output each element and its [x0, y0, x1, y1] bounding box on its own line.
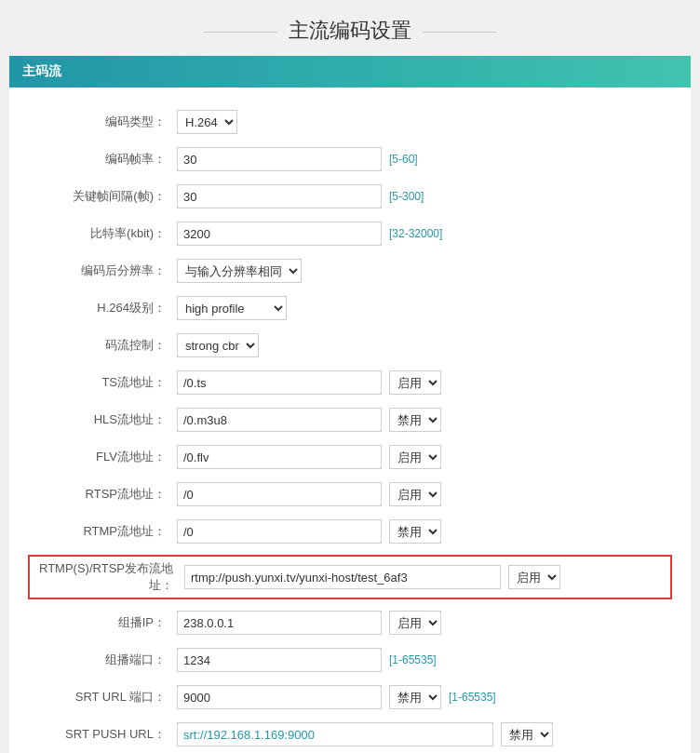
- resolution-row: 编码后分辨率： 与输入分辨率相同: [28, 257, 672, 285]
- encoding-fps-hint: [5-60]: [389, 153, 418, 166]
- rtmps-label: RTMP(S)/RTSP发布流地址：: [35, 560, 184, 594]
- multicast-ip-row: 组播IP： 启用 禁用: [28, 609, 672, 637]
- main-content: 主码流 编码类型： H.264 H.265 编码帧率： [5-60] 关键帧间隔…: [9, 56, 691, 753]
- hls-addr-input[interactable]: [177, 408, 382, 432]
- h264-level-label: H.264级别：: [28, 300, 177, 316]
- srt-push-control: 禁用 启用: [177, 722, 672, 746]
- encoding-fps-control: [5-60]: [177, 147, 672, 171]
- srt-port-enable-select[interactable]: 禁用 启用: [389, 685, 441, 709]
- flv-addr-input[interactable]: [177, 445, 382, 469]
- rtmp-enable-select[interactable]: 禁用 启用: [389, 519, 441, 544]
- rtmp-addr-label: RTMP流地址：: [28, 523, 177, 540]
- stream-control-select[interactable]: strong cbr cbr vbr: [177, 333, 259, 357]
- srt-push-enable-select[interactable]: 禁用 启用: [501, 722, 553, 746]
- srt-port-label: SRT URL 端口：: [28, 689, 177, 706]
- bitrate-label: 比特率(kbit)：: [28, 225, 177, 242]
- h264-level-control: high profile main profile baseline profi…: [177, 296, 672, 320]
- multicast-port-row: 组播端口： [1-65535]: [28, 646, 672, 674]
- srt-port-row: SRT URL 端口： 禁用 启用 [1-65535]: [28, 683, 672, 711]
- rtsp-addr-control: 启用 禁用: [177, 482, 672, 506]
- hls-addr-label: HLS流地址：: [28, 411, 177, 428]
- keyframe-interval-control: [5-300]: [177, 184, 672, 208]
- rtmp-addr-row: RTMP流地址： 禁用 启用: [28, 518, 672, 545]
- h264-level-select[interactable]: high profile main profile baseline profi…: [177, 296, 287, 320]
- rtmps-enable-select[interactable]: 启用 禁用: [508, 565, 560, 589]
- bitrate-input[interactable]: [177, 222, 382, 246]
- rtmps-control: 启用 禁用: [184, 565, 665, 589]
- encoding-fps-input[interactable]: [177, 147, 382, 171]
- keyframe-interval-row: 关键帧间隔(帧)： [5-300]: [28, 182, 672, 210]
- srt-push-input[interactable]: [177, 722, 493, 746]
- resolution-label: 编码后分辨率：: [28, 262, 177, 279]
- rtmp-addr-control: 禁用 启用: [177, 519, 672, 544]
- stream-control-control: strong cbr cbr vbr: [177, 333, 672, 357]
- hls-enable-select[interactable]: 禁用 启用: [389, 408, 441, 432]
- stream-control-row: 码流控制： strong cbr cbr vbr: [28, 331, 672, 359]
- rtmps-input[interactable]: [184, 565, 501, 589]
- form-area: 编码类型： H.264 H.265 编码帧率： [5-60] 关键帧间隔(帧)：…: [9, 102, 691, 753]
- ts-addr-label: TS流地址：: [28, 374, 177, 391]
- srt-port-input[interactable]: [177, 685, 382, 709]
- rtsp-addr-label: RTSP流地址：: [28, 486, 177, 503]
- encoding-type-row: 编码类型： H.264 H.265: [28, 108, 672, 136]
- flv-enable-select[interactable]: 启用 禁用: [389, 445, 441, 469]
- ts-addr-input[interactable]: [177, 370, 382, 395]
- encoding-fps-label: 编码帧率：: [28, 151, 177, 168]
- multicast-port-control: [1-65535]: [177, 648, 672, 672]
- rtsp-enable-select[interactable]: 启用 禁用: [389, 482, 441, 506]
- keyframe-interval-input[interactable]: [177, 184, 382, 208]
- multicast-port-hint: [1-65535]: [389, 653, 437, 666]
- srt-push-label: SRT PUSH URL：: [28, 726, 177, 743]
- resolution-select[interactable]: 与输入分辨率相同: [177, 259, 302, 283]
- ts-addr-row: TS流地址： 启用 禁用: [28, 369, 672, 397]
- keyframe-interval-hint: [5-300]: [389, 190, 424, 203]
- stream-control-label: 码流控制：: [28, 337, 177, 354]
- keyframe-interval-label: 关键帧间隔(帧)：: [28, 188, 177, 205]
- bitrate-control: [32-32000]: [177, 222, 672, 246]
- rtmp-addr-input[interactable]: [177, 519, 382, 544]
- srt-port-control: 禁用 启用 [1-65535]: [177, 685, 672, 709]
- flv-addr-control: 启用 禁用: [177, 445, 672, 469]
- multicast-ip-label: 组播IP：: [28, 614, 177, 631]
- srt-port-hint: [1-65535]: [449, 691, 496, 704]
- rtsp-addr-input[interactable]: [177, 482, 382, 506]
- ts-addr-control: 启用 禁用: [177, 370, 672, 395]
- rtsp-addr-row: RTSP流地址： 启用 禁用: [28, 480, 672, 508]
- multicast-port-label: 组播端口：: [28, 652, 177, 668]
- resolution-control: 与输入分辨率相同: [177, 259, 672, 283]
- flv-addr-row: FLV流地址： 启用 禁用: [28, 443, 672, 471]
- encoding-type-control: H.264 H.265: [177, 110, 672, 134]
- bitrate-hint: [32-32000]: [389, 227, 442, 240]
- rtmps-row: RTMP(S)/RTSP发布流地址： 启用 禁用: [28, 555, 672, 599]
- multicast-ip-input[interactable]: [177, 611, 382, 635]
- encoding-type-label: 编码类型：: [28, 114, 177, 130]
- flv-addr-label: FLV流地址：: [28, 449, 177, 465]
- hls-addr-control: 禁用 启用: [177, 408, 672, 432]
- multicast-ip-enable-select[interactable]: 启用 禁用: [389, 611, 441, 635]
- section-header: 主码流: [9, 56, 691, 87]
- srt-push-row: SRT PUSH URL： 禁用 启用: [28, 720, 672, 748]
- h264-level-row: H.264级别： high profile main profile basel…: [28, 294, 672, 322]
- multicast-ip-control: 启用 禁用: [177, 611, 672, 635]
- ts-enable-select[interactable]: 启用 禁用: [389, 370, 441, 395]
- multicast-port-input[interactable]: [177, 648, 382, 672]
- hls-addr-row: HLS流地址： 禁用 启用: [28, 406, 672, 434]
- bitrate-row: 比特率(kbit)： [32-32000]: [28, 220, 672, 248]
- page-title: 主流编码设置: [0, 0, 700, 56]
- encoding-fps-row: 编码帧率： [5-60]: [28, 145, 672, 173]
- encoding-type-select[interactable]: H.264 H.265: [177, 110, 237, 134]
